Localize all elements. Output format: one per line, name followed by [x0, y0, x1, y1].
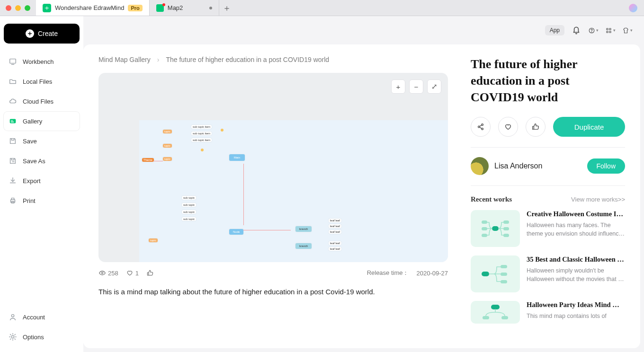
- app-chip[interactable]: App: [545, 25, 564, 35]
- work-title: Halloween Party Ideas Mind …: [527, 301, 625, 309]
- minimize-window-button[interactable]: [15, 5, 21, 11]
- sidebar-item-local-files[interactable]: Local Files: [4, 72, 80, 91]
- sidebar-item-account[interactable]: Account: [4, 308, 80, 326]
- sidebar-item-gallery[interactable]: Gallery: [4, 112, 80, 131]
- work-thumbnail: [471, 210, 520, 247]
- gear-icon: [9, 333, 17, 341]
- shirt-icon[interactable]: [622, 25, 633, 35]
- work-desc: Halloween simply wouldn't be Halloween w…: [527, 266, 625, 283]
- heart-icon: [126, 269, 134, 277]
- sidebar-item-save-as[interactable]: Save As: [4, 151, 80, 170]
- svg-point-12: [101, 272, 103, 273]
- svg-rect-9: [609, 28, 611, 30]
- svg-rect-1: [10, 119, 16, 123]
- sidebar-item-label: Workbench: [23, 58, 54, 65]
- share-button[interactable]: [471, 117, 491, 137]
- close-window-button[interactable]: [6, 5, 11, 11]
- description: This is a mind map talking about the fut…: [98, 288, 448, 296]
- breadcrumb: Mind Map Gallery › The future of higher …: [98, 56, 448, 63]
- sidebar-item-export[interactable]: Export: [4, 171, 80, 190]
- apps-grid-icon[interactable]: [605, 25, 616, 35]
- save-as-icon: [9, 157, 17, 165]
- sidebar-item-label: Save As: [23, 158, 45, 165]
- recent-work-item[interactable]: 35 Best and Classic Halloween … Hallowee…: [471, 255, 625, 292]
- svg-rect-10: [607, 31, 608, 33]
- follow-label: Follow: [597, 162, 616, 170]
- bell-icon[interactable]: [571, 25, 581, 35]
- folder-icon: [9, 77, 17, 86]
- zoom-out-button[interactable]: −: [409, 79, 423, 94]
- svg-rect-27: [491, 305, 500, 309]
- cloud-icon: [9, 97, 17, 106]
- document-icon: [156, 4, 164, 12]
- tab-label: Map2: [168, 4, 183, 11]
- work-desc: This mind map contains lots of: [527, 312, 625, 320]
- export-icon: [9, 176, 17, 185]
- sidebar-item-workbench[interactable]: Workbench: [4, 52, 80, 71]
- mindmap-thumb-icon: [479, 300, 512, 324]
- release-label: Release time：: [367, 269, 409, 277]
- views-count: 258: [108, 270, 118, 277]
- thumbs-up-icon: [146, 269, 154, 277]
- follow-button[interactable]: Follow: [587, 158, 625, 174]
- sidebar-item-options[interactable]: Options: [4, 327, 80, 346]
- recent-work-item[interactable]: Creative Halloween Costume I… Halloween …: [471, 210, 625, 247]
- fullscreen-button[interactable]: ⤢: [427, 79, 441, 94]
- tab-app-home[interactable]: Wondershare EdrawMind Pro: [36, 0, 150, 16]
- zoom-in-button[interactable]: +: [391, 79, 405, 94]
- view-more-link[interactable]: View more works>>: [571, 196, 625, 203]
- recent-work-item[interactable]: Halloween Party Ideas Mind … This mind m…: [471, 301, 625, 324]
- app-logo-icon: [43, 4, 51, 12]
- likes-stat: 1: [126, 269, 139, 277]
- duplicate-button[interactable]: Duplicate: [553, 117, 625, 137]
- svg-rect-19: [482, 234, 487, 237]
- work-thumbnail: [471, 301, 520, 324]
- svg-rect-28: [483, 316, 489, 319]
- help-icon[interactable]: [588, 25, 599, 35]
- chevron-right-icon: ›: [157, 56, 160, 63]
- work-title: 35 Best and Classic Halloween …: [527, 255, 625, 264]
- sidebar-item-cloud-files[interactable]: Cloud Files: [4, 92, 80, 111]
- workbench-icon: [9, 57, 17, 66]
- sidebar: ＋ Create Workbench Local Files Cloud Fil…: [0, 16, 83, 352]
- like-button[interactable]: [526, 117, 546, 137]
- sidebar-item-label: Print: [23, 197, 36, 204]
- sidebar-item-print[interactable]: Print: [4, 191, 80, 210]
- tab-label: Wondershare EdrawMind: [55, 4, 124, 11]
- window-controls: [0, 0, 36, 16]
- views-stat: 258: [98, 269, 118, 277]
- divider: [471, 147, 625, 148]
- sidebar-item-label: Local Files: [23, 78, 52, 85]
- mindmap-thumb-icon: [479, 262, 512, 286]
- favorite-button[interactable]: [498, 117, 518, 137]
- content-area: App Mind Map Gallery › The future of hig…: [83, 16, 644, 352]
- main-panel: Mind Map Gallery › The future of higher …: [83, 44, 640, 348]
- work-thumbnail: [471, 255, 520, 292]
- create-label: Create: [38, 30, 58, 37]
- stats-row: 258 1 Release time： 2020-09-27: [98, 269, 448, 277]
- tab-map2[interactable]: Map2: [150, 0, 220, 16]
- author-avatar[interactable]: [471, 157, 489, 175]
- svg-point-7: [591, 32, 592, 32]
- breadcrumb-root[interactable]: Mind Map Gallery: [98, 56, 151, 63]
- user-avatar[interactable]: [629, 4, 637, 12]
- svg-rect-25: [501, 273, 507, 276]
- duplicate-label: Duplicate: [574, 123, 604, 131]
- svg-rect-22: [503, 234, 509, 237]
- svg-rect-20: [503, 220, 509, 224]
- thumb-button[interactable]: [146, 269, 154, 277]
- add-tab-button[interactable]: ＋: [219, 0, 234, 16]
- work-title: Creative Halloween Costume I…: [527, 210, 625, 218]
- work-desc: Halloween has many faces. The theme you …: [527, 221, 625, 238]
- divider: [471, 185, 625, 186]
- mindmap-preview[interactable]: + − ⤢ Theme topic topic topic sub topic …: [98, 73, 448, 262]
- svg-rect-21: [503, 227, 509, 230]
- dirty-dot-icon: [209, 7, 212, 9]
- svg-rect-17: [482, 220, 487, 224]
- maximize-window-button[interactable]: [25, 5, 30, 11]
- author-name[interactable]: Lisa Anderson: [494, 162, 581, 170]
- sidebar-item-label: Cloud Files: [23, 98, 54, 105]
- sidebar-item-save[interactable]: Save: [4, 132, 80, 150]
- gallery-icon: [9, 117, 17, 125]
- create-button[interactable]: ＋ Create: [4, 24, 80, 44]
